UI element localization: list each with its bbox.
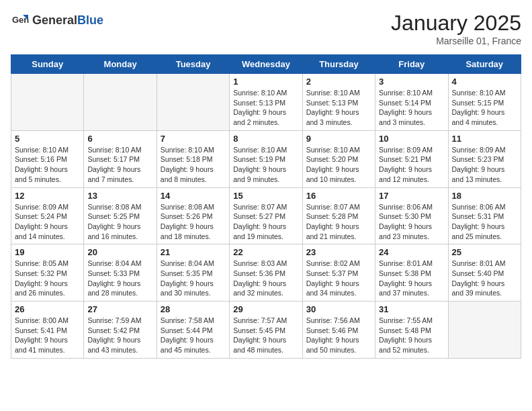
day-number: 25 (452, 247, 517, 257)
day-info: Sunrise: 8:10 AM Sunset: 5:15 PM Dayligh… (452, 88, 517, 128)
day-info: Sunrise: 7:57 AM Sunset: 5:45 PM Dayligh… (233, 316, 298, 355)
logo-icon: Gen (11, 11, 30, 30)
calendar-cell: 26Sunrise: 8:00 AM Sunset: 5:41 PM Dayli… (11, 302, 84, 359)
weekday-header-saturday: Saturday (448, 55, 521, 74)
day-number: 5 (15, 134, 80, 144)
day-info: Sunrise: 8:10 AM Sunset: 5:17 PM Dayligh… (87, 145, 152, 185)
day-number: 24 (379, 247, 444, 257)
calendar-cell: 7Sunrise: 8:10 AM Sunset: 5:18 PM Daylig… (157, 130, 229, 187)
calendar-cell: 19Sunrise: 8:05 AM Sunset: 5:32 PM Dayli… (11, 244, 84, 302)
calendar-cell: 11Sunrise: 8:09 AM Sunset: 5:23 PM Dayli… (448, 130, 521, 187)
day-info: Sunrise: 8:08 AM Sunset: 5:26 PM Dayligh… (161, 202, 226, 242)
day-number: 9 (306, 134, 371, 144)
day-info: Sunrise: 8:07 AM Sunset: 5:27 PM Dayligh… (233, 202, 298, 242)
calendar-cell: 29Sunrise: 7:57 AM Sunset: 5:45 PM Dayli… (230, 302, 302, 359)
day-info: Sunrise: 8:09 AM Sunset: 5:21 PM Dayligh… (379, 145, 444, 185)
day-info: Sunrise: 8:10 AM Sunset: 5:20 PM Dayligh… (306, 145, 371, 185)
day-number: 28 (161, 304, 226, 314)
day-number: 18 (452, 191, 517, 201)
location-title: Marseille 01, France (391, 36, 521, 46)
calendar-cell: 27Sunrise: 7:59 AM Sunset: 5:42 PM Dayli… (84, 302, 157, 359)
day-number: 4 (452, 77, 517, 87)
calendar-cell: 16Sunrise: 8:07 AM Sunset: 5:28 PM Dayli… (302, 187, 375, 244)
day-info: Sunrise: 8:10 AM Sunset: 5:19 PM Dayligh… (233, 145, 298, 185)
day-info: Sunrise: 8:10 AM Sunset: 5:13 PM Dayligh… (306, 88, 371, 128)
calendar-cell: 23Sunrise: 8:02 AM Sunset: 5:37 PM Dayli… (302, 244, 375, 302)
day-number: 10 (379, 134, 444, 144)
day-number: 22 (233, 247, 298, 257)
day-number: 14 (161, 191, 226, 201)
day-info: Sunrise: 8:06 AM Sunset: 5:30 PM Dayligh… (379, 202, 444, 242)
day-number: 7 (161, 134, 226, 144)
day-number: 3 (379, 77, 444, 87)
day-info: Sunrise: 7:56 AM Sunset: 5:46 PM Dayligh… (306, 316, 371, 355)
calendar-cell: 20Sunrise: 8:04 AM Sunset: 5:33 PM Dayli… (84, 244, 157, 302)
month-title: January 2025 (391, 11, 521, 36)
weekday-header-thursday: Thursday (302, 55, 375, 74)
calendar-cell: 2Sunrise: 8:10 AM Sunset: 5:13 PM Daylig… (302, 74, 375, 131)
calendar-cell: 1Sunrise: 8:10 AM Sunset: 5:13 PM Daylig… (230, 74, 302, 131)
day-info: Sunrise: 7:58 AM Sunset: 5:44 PM Dayligh… (161, 316, 226, 355)
calendar-cell: 15Sunrise: 8:07 AM Sunset: 5:27 PM Dayli… (230, 187, 302, 244)
calendar-cell (84, 74, 157, 131)
calendar-cell: 30Sunrise: 7:56 AM Sunset: 5:46 PM Dayli… (302, 302, 375, 359)
day-number: 23 (306, 247, 371, 257)
calendar-cell: 28Sunrise: 7:58 AM Sunset: 5:44 PM Dayli… (157, 302, 229, 359)
logo-blue: Blue (77, 13, 103, 27)
calendar-cell: 10Sunrise: 8:09 AM Sunset: 5:21 PM Dayli… (375, 130, 448, 187)
calendar-week-row: 26Sunrise: 8:00 AM Sunset: 5:41 PM Dayli… (11, 302, 521, 359)
calendar-cell (157, 74, 229, 131)
day-info: Sunrise: 7:55 AM Sunset: 5:48 PM Dayligh… (379, 316, 444, 355)
day-number: 26 (15, 304, 80, 314)
day-info: Sunrise: 8:05 AM Sunset: 5:32 PM Dayligh… (15, 259, 80, 298)
calendar-cell (11, 74, 84, 131)
day-number: 16 (306, 191, 371, 201)
calendar-week-row: 19Sunrise: 8:05 AM Sunset: 5:32 PM Dayli… (11, 244, 521, 302)
day-info: Sunrise: 8:01 AM Sunset: 5:38 PM Dayligh… (379, 259, 444, 298)
day-number: 21 (161, 247, 226, 257)
day-info: Sunrise: 8:10 AM Sunset: 5:14 PM Dayligh… (379, 88, 444, 128)
day-info: Sunrise: 7:59 AM Sunset: 5:42 PM Dayligh… (87, 316, 152, 355)
calendar-cell: 8Sunrise: 8:10 AM Sunset: 5:19 PM Daylig… (230, 130, 302, 187)
day-number: 12 (15, 191, 80, 201)
weekday-header-wednesday: Wednesday (230, 55, 302, 74)
calendar-table: SundayMondayTuesdayWednesdayThursdayFrid… (11, 54, 521, 359)
calendar-cell: 22Sunrise: 8:03 AM Sunset: 5:36 PM Dayli… (230, 244, 302, 302)
calendar-cell: 14Sunrise: 8:08 AM Sunset: 5:26 PM Dayli… (157, 187, 229, 244)
weekday-header-row: SundayMondayTuesdayWednesdayThursdayFrid… (11, 55, 521, 74)
calendar-cell: 18Sunrise: 8:06 AM Sunset: 5:31 PM Dayli… (448, 187, 521, 244)
calendar-cell (448, 302, 521, 359)
day-info: Sunrise: 8:10 AM Sunset: 5:18 PM Dayligh… (161, 145, 226, 185)
day-info: Sunrise: 8:09 AM Sunset: 5:23 PM Dayligh… (452, 145, 517, 185)
day-number: 20 (87, 247, 152, 257)
day-info: Sunrise: 8:08 AM Sunset: 5:25 PM Dayligh… (87, 202, 152, 242)
calendar-cell: 31Sunrise: 7:55 AM Sunset: 5:48 PM Dayli… (375, 302, 448, 359)
calendar-cell: 6Sunrise: 8:10 AM Sunset: 5:17 PM Daylig… (84, 130, 157, 187)
page-header: Gen GeneralBlue January 2025 Marseille 0… (11, 11, 521, 46)
calendar-cell: 13Sunrise: 8:08 AM Sunset: 5:25 PM Dayli… (84, 187, 157, 244)
title-block: January 2025 Marseille 01, France (391, 11, 521, 46)
calendar-cell: 21Sunrise: 8:04 AM Sunset: 5:35 PM Dayli… (157, 244, 229, 302)
day-info: Sunrise: 8:06 AM Sunset: 5:31 PM Dayligh… (452, 202, 517, 242)
logo-general: General (32, 13, 77, 27)
day-number: 13 (87, 191, 152, 201)
day-info: Sunrise: 8:07 AM Sunset: 5:28 PM Dayligh… (306, 202, 371, 242)
day-number: 31 (379, 304, 444, 314)
day-info: Sunrise: 8:01 AM Sunset: 5:40 PM Dayligh… (452, 259, 517, 298)
day-number: 17 (379, 191, 444, 201)
calendar-week-row: 5Sunrise: 8:10 AM Sunset: 5:16 PM Daylig… (11, 130, 521, 187)
day-info: Sunrise: 8:09 AM Sunset: 5:24 PM Dayligh… (15, 202, 80, 242)
calendar-week-row: 1Sunrise: 8:10 AM Sunset: 5:13 PM Daylig… (11, 74, 521, 131)
day-number: 11 (452, 134, 517, 144)
logo: Gen GeneralBlue (11, 11, 103, 30)
day-number: 6 (87, 134, 152, 144)
weekday-header-tuesday: Tuesday (157, 55, 229, 74)
calendar-week-row: 12Sunrise: 8:09 AM Sunset: 5:24 PM Dayli… (11, 187, 521, 244)
day-number: 2 (306, 77, 371, 87)
day-number: 1 (233, 77, 298, 87)
day-number: 19 (15, 247, 80, 257)
calendar-cell: 25Sunrise: 8:01 AM Sunset: 5:40 PM Dayli… (448, 244, 521, 302)
calendar-cell: 4Sunrise: 8:10 AM Sunset: 5:15 PM Daylig… (448, 74, 521, 131)
day-info: Sunrise: 8:04 AM Sunset: 5:35 PM Dayligh… (161, 259, 226, 298)
day-info: Sunrise: 8:10 AM Sunset: 5:13 PM Dayligh… (233, 88, 298, 128)
